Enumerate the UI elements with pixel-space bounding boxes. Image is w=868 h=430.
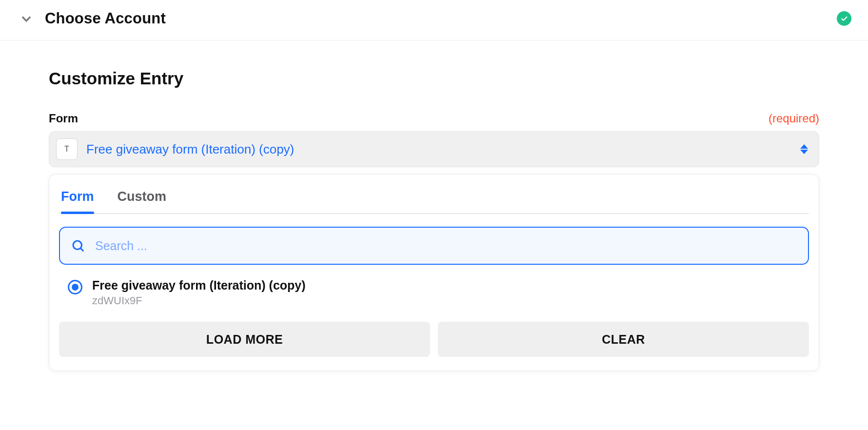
- form-select-dropdown: Form Custom Free giveaway form (Iteratio…: [49, 174, 819, 371]
- svg-line-1: [80, 248, 83, 251]
- dropdown-tabs: Form Custom: [59, 185, 809, 214]
- select-sort-icon: [800, 144, 808, 154]
- form-source-icon: T: [56, 138, 78, 160]
- tab-form[interactable]: Form: [61, 185, 94, 213]
- form-select-value: Free giveaway form (Iteration) (copy): [86, 142, 294, 157]
- option-subtitle: zdWUIx9F: [92, 294, 306, 307]
- chevron-down-icon[interactable]: [17, 9, 36, 28]
- svg-point-0: [73, 241, 82, 250]
- clear-button[interactable]: CLEAR: [438, 322, 809, 357]
- section-title-customize-entry: Customize Entry: [49, 69, 819, 88]
- form-select[interactable]: T Free giveaway form (Iteration) (copy): [49, 131, 819, 167]
- status-success-icon: [837, 11, 851, 26]
- search-icon: [71, 238, 85, 253]
- option-title: Free giveaway form (Iteration) (copy): [92, 278, 306, 293]
- header-title: Choose Account: [45, 10, 166, 27]
- required-indicator: (required): [769, 112, 819, 125]
- load-more-button[interactable]: LOAD MORE: [59, 322, 430, 357]
- field-label-form: Form: [49, 112, 78, 125]
- search-input[interactable]: [59, 227, 809, 265]
- tab-custom[interactable]: Custom: [118, 185, 167, 213]
- accordion-header-choose-account[interactable]: Choose Account: [0, 0, 868, 40]
- form-option-row[interactable]: Free giveaway form (Iteration) (copy) zd…: [59, 265, 809, 312]
- radio-selected-icon: [68, 280, 82, 294]
